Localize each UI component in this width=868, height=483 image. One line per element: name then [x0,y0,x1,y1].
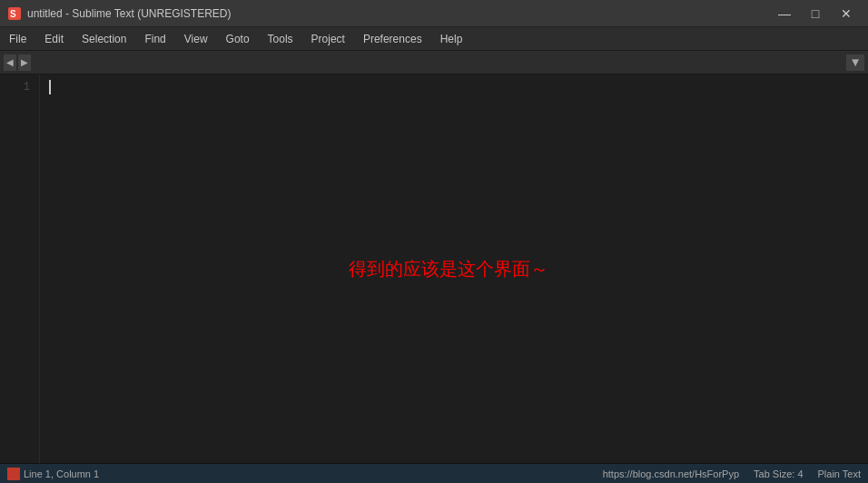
minimize-button[interactable]: — [770,4,799,24]
tab-nav-left-button[interactable]: ◀ [4,54,16,71]
menu-bar: FileEditSelectionFindViewGotoToolsProjec… [0,27,868,51]
file-type: Plain Text [818,468,862,479]
overlay-text: 得到的应该是这个界面～ [349,257,548,281]
menu-item-selection[interactable]: Selection [73,27,135,50]
editor-area[interactable]: 1 得到的应该是这个界面～ [0,74,868,463]
chevron-down-icon: ▼ [849,55,861,69]
line-numbers: 1 [0,74,40,463]
status-right: https://blog.csdn.net/HsForPyp Tab Size:… [603,468,861,479]
menu-item-preferences[interactable]: Preferences [354,27,431,50]
text-cursor [49,80,51,94]
menu-item-file[interactable]: File [0,27,35,50]
title-bar: S untitled - Sublime Text (UNREGISTERED)… [0,0,868,27]
status-url: https://blog.csdn.net/HsForPyp [603,468,739,479]
title-left: S untitled - Sublime Text (UNREGISTERED) [7,6,232,21]
editor-content[interactable]: 得到的应该是这个界面～ [40,74,857,463]
tab-bar: ◀ ▶ ▼ [0,51,868,74]
menu-item-edit[interactable]: Edit [35,27,73,50]
scrollbar[interactable] [857,74,868,463]
status-bar: Line 1, Column 1 https://blog.csdn.net/H… [0,463,868,483]
status-icon [7,468,20,480]
tab-nav-right-button[interactable]: ▶ [18,54,31,71]
tab-dropdown-button[interactable]: ▼ [846,54,864,71]
menu-item-tools[interactable]: Tools [259,27,302,50]
status-position: Line 1, Column 1 [24,468,99,479]
close-button[interactable]: ✕ [832,4,861,24]
maximize-button[interactable]: □ [801,4,830,24]
menu-item-find[interactable]: Find [135,27,174,50]
title-text: untitled - Sublime Text (UNREGISTERED) [27,7,232,20]
tab-nav-area: ◀ ▶ [4,54,31,71]
tab-size: Tab Size: 4 [754,468,803,479]
status-left: Line 1, Column 1 [7,468,99,480]
line-number-1: 1 [24,78,30,96]
menu-item-help[interactable]: Help [431,27,472,50]
menu-item-goto[interactable]: Goto [217,27,259,50]
svg-text:S: S [10,9,16,19]
menu-item-project[interactable]: Project [302,27,354,50]
cursor-line [49,78,857,96]
window-controls: — □ ✕ [770,4,861,24]
app-icon: S [7,6,22,21]
menu-item-view[interactable]: View [175,27,217,50]
